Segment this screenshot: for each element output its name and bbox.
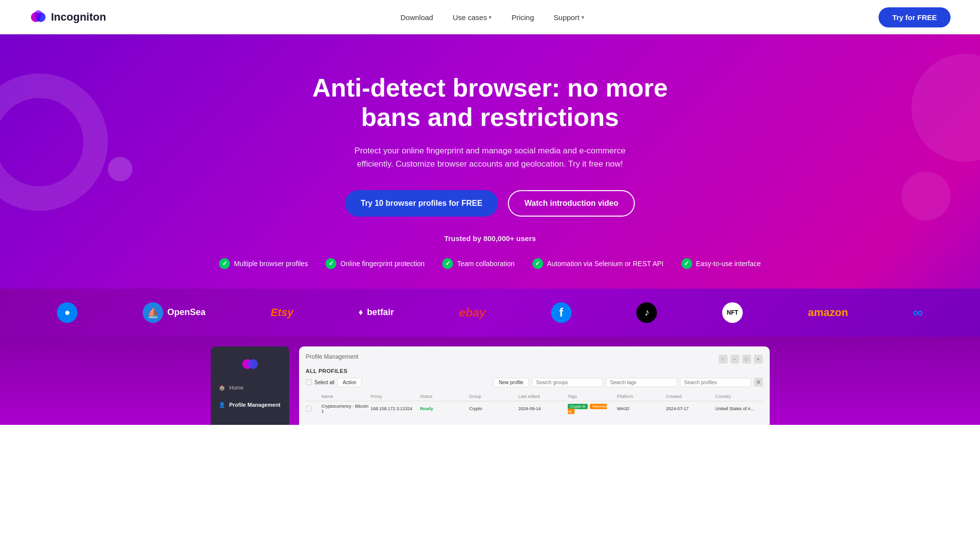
chevron-down-icon-support: ▾ xyxy=(581,14,584,21)
feature-multiple-profiles: ✓ Multiple browser profiles xyxy=(219,258,308,269)
col-last-edited: Last edited xyxy=(518,394,565,399)
select-all-checkbox[interactable] xyxy=(306,379,312,385)
action-button[interactable]: Action xyxy=(337,378,362,387)
navbar: Incogniton Download Use cases ▾ Pricing … xyxy=(0,0,980,34)
brands-bar: ● ⛵ OpenSea Etsy ♦ betfair ebay f ♪ NFT … xyxy=(0,289,980,337)
nav-use-cases[interactable]: Use cases ▾ xyxy=(452,13,492,22)
deco-circle-small xyxy=(108,157,132,181)
brand-ebay: ebay xyxy=(459,306,486,319)
panel-btn-1[interactable]: ○ xyxy=(719,355,728,364)
sidebar-preview: 🏠 Home 👤 Profile Management xyxy=(211,346,289,425)
check-icon-5: ✓ xyxy=(681,258,692,269)
nav-download[interactable]: Download xyxy=(401,13,433,22)
col-proxy: Proxy xyxy=(371,394,418,399)
col-check xyxy=(306,394,320,399)
meta-label: ∞ xyxy=(913,305,923,320)
row-status: Ready xyxy=(420,406,467,411)
brand-nft: NFT xyxy=(722,302,743,323)
col-country: Country xyxy=(715,394,762,399)
nav-pricing[interactable]: Pricing xyxy=(511,13,534,22)
sidebar-nav-profile-mgmt[interactable]: 👤 Profile Management xyxy=(219,400,281,410)
app-preview: 🏠 Home 👤 Profile Management Profile Mana… xyxy=(0,337,980,425)
hero-subtitle: Protect your online fingerprint and mana… xyxy=(338,144,642,171)
col-tags: Tags xyxy=(568,394,615,399)
search-tags-input[interactable] xyxy=(606,378,677,387)
brand-etsy: Etsy xyxy=(271,306,293,319)
check-icon-4: ✓ xyxy=(532,258,543,269)
new-profile-button[interactable]: New profile xyxy=(493,378,528,387)
feature-easy-ui: ✓ Easy-to-use interface xyxy=(681,258,761,269)
etsy-label: Etsy xyxy=(271,306,293,319)
sidebar-nav-home[interactable]: 🏠 Home xyxy=(219,383,281,393)
all-profiles-label: ALL PROFILES xyxy=(306,368,763,374)
row-checkbox[interactable] xyxy=(306,406,312,412)
panel-header-row: Profile Management ○ − □ × xyxy=(306,353,763,365)
table-header: Name Proxy Status Group Last edited Tags… xyxy=(306,392,763,401)
feature-label-2: Online fingerprint protection xyxy=(340,260,425,268)
sidebar-home-label: Home xyxy=(229,385,244,391)
try-free-profiles-button[interactable]: Try 10 browser profiles for FREE xyxy=(345,190,498,217)
chevron-down-icon: ▾ xyxy=(489,14,492,21)
betfair-label: betfair xyxy=(367,307,394,318)
search-groups-input[interactable] xyxy=(532,378,603,387)
panel-window-controls: ○ − □ × xyxy=(719,355,763,364)
panel-btn-4[interactable]: × xyxy=(754,355,763,364)
hero-section: Anti-detect browser: no more bans and re… xyxy=(0,34,980,425)
feature-label-4: Automation via Selenium or REST API xyxy=(547,260,664,268)
deco-circle-right xyxy=(911,54,980,162)
navbar-links: Download Use cases ▾ Pricing Support ▾ xyxy=(401,13,584,22)
betfair-diamond-icon: ♦ xyxy=(358,307,363,318)
row-group: Crypto xyxy=(469,406,516,411)
sidebar-profile-label: Profile Management xyxy=(229,402,281,408)
profile-icon: 👤 xyxy=(219,402,226,408)
panel-toolbar: Select all Action New profile ⚙ xyxy=(306,378,763,387)
sidebar-logo-icon xyxy=(240,354,260,374)
table-row[interactable]: Cryptocurrency - Bitcoin 1 168.158.172.3… xyxy=(306,401,763,417)
opensea-label: OpenSea xyxy=(167,307,205,318)
feature-label-3: Team collaboration xyxy=(457,260,515,268)
brand-circle-blue-icon: ● xyxy=(57,302,77,323)
panel-btn-3[interactable]: □ xyxy=(742,355,751,364)
feature-automation: ✓ Automation via Selenium or REST API xyxy=(532,258,664,269)
col-created: Created xyxy=(666,394,713,399)
feature-label-5: Easy-to-use interface xyxy=(696,260,761,268)
try-free-button[interactable]: Try for FREE xyxy=(879,7,951,27)
brand-circle-blue: ● xyxy=(57,302,77,323)
row-proxy: 168.158.172.3:12324 xyxy=(371,406,418,411)
deco-circle-right2 xyxy=(902,172,951,221)
watch-video-button[interactable]: Watch introduction video xyxy=(508,190,635,217)
row-platform: Win32 xyxy=(617,406,664,411)
panel-btn-2[interactable]: − xyxy=(730,355,739,364)
tiktok-icon: ♪ xyxy=(636,302,657,323)
logo-icon xyxy=(29,8,47,26)
home-icon: 🏠 xyxy=(219,385,226,391)
brand-meta: ∞ xyxy=(913,305,923,320)
brand-tiktok: ♪ xyxy=(636,302,657,323)
hero-buttons: Try 10 browser profiles for FREE Watch i… xyxy=(345,190,635,217)
feature-team-collab: ✓ Team collaboration xyxy=(442,258,515,269)
hero-title: Anti-detect browser: no more bans and re… xyxy=(289,74,691,132)
row-country: United States of A... xyxy=(715,406,762,411)
features-bar: ✓ Multiple browser profiles ✓ Online fin… xyxy=(219,258,761,269)
amazon-label: amazon xyxy=(808,306,848,319)
nav-support[interactable]: Support ▾ xyxy=(553,13,584,22)
main-panel: Profile Management ○ − □ × ALL PROFILES … xyxy=(299,346,770,425)
search-profiles-input[interactable] xyxy=(680,378,751,387)
settings-icon[interactable]: ⚙ xyxy=(754,378,763,387)
check-icon-1: ✓ xyxy=(219,258,230,269)
col-name: Name xyxy=(322,394,369,399)
panel-title: Profile Management xyxy=(306,353,358,360)
col-group: Group xyxy=(469,394,516,399)
logo[interactable]: Incogniton xyxy=(29,8,106,26)
row-created: 2024-07-17 xyxy=(666,406,713,411)
check-icon-3: ✓ xyxy=(442,258,453,269)
row-name: Cryptocurrency - Bitcoin 1 xyxy=(322,404,369,414)
row-check xyxy=(306,406,320,412)
row-last-edited: 2024-09-14 xyxy=(518,406,565,411)
svg-point-4 xyxy=(248,359,258,369)
feature-label-1: Multiple browser profiles xyxy=(234,260,308,268)
deco-circle-large xyxy=(0,74,108,211)
col-platform: Platform xyxy=(617,394,664,399)
trusted-text: Trusted by 800,000+ users xyxy=(444,234,536,243)
ebay-label: ebay xyxy=(459,306,486,319)
